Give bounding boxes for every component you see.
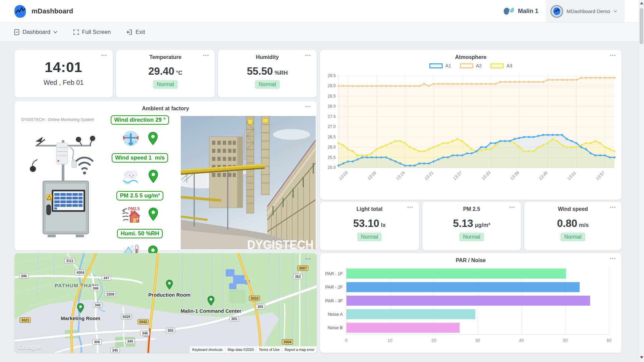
map-marker-pin[interactable]	[77, 303, 84, 314]
svg-text:26.5: 26.5	[328, 135, 336, 139]
svg-text:27.5: 27.5	[328, 114, 336, 119]
nav-full-screen[interactable]: Full Screen	[73, 29, 111, 36]
road-badge-5042: 5042	[138, 319, 149, 324]
nav-dashboard-label: Dashboard	[22, 29, 50, 36]
svg-text:60: 60	[606, 338, 611, 343]
wind-unit: m/s	[579, 222, 589, 228]
status-badge: Normal	[560, 233, 585, 241]
road-badge-352: 352	[293, 274, 303, 279]
pm25-house-icon: PM2.5	[121, 205, 140, 224]
map-marker-pin[interactable]	[207, 296, 215, 307]
map-overlay: 3111400434634734633093465029346305306345…	[14, 253, 317, 353]
road-badge-346: 346	[140, 330, 150, 336]
exit-icon	[127, 29, 132, 35]
svg-text:28.5: 28.5	[328, 94, 336, 99]
ambient-card: ••• Ambient at factory DYGISTECH : Onlin…	[14, 101, 317, 250]
status-badge: Normal	[459, 233, 484, 241]
nav-dashboard[interactable]: Dashboard	[14, 29, 57, 36]
report-error-link[interactable]: Report a map error	[282, 346, 317, 353]
pm25-value: 5.13	[453, 218, 473, 229]
svg-text:13:51: 13:51	[567, 170, 577, 181]
chart-legend[interactable]: A1A2A3	[320, 63, 622, 68]
road-badge-346: 346	[93, 302, 102, 308]
road-badge-306: 306	[92, 339, 102, 345]
card-title: Temperature	[116, 50, 215, 60]
location-pin-icon	[77, 303, 84, 313]
legend-label: A3	[506, 63, 512, 68]
humidity-card: ••• Humidity 55.50%RH Normal	[218, 50, 317, 98]
chart-title: PAR / Noise	[320, 253, 622, 263]
wind-vane-icon	[122, 129, 140, 147]
temperature-card: ••• Temperature 29.40°C Normal	[116, 50, 215, 98]
svg-text:27.0: 27.0	[328, 124, 336, 129]
svg-text:26.0: 26.0	[328, 145, 336, 149]
svg-text:13:09: 13:09	[367, 170, 377, 181]
scrollbar-thumb[interactable]	[640, 8, 643, 44]
map-data-label: Map data ©2023	[225, 346, 256, 353]
user-menu[interactable]: MDashboard Demo	[546, 0, 625, 22]
scroll-up-arrow[interactable]	[640, 2, 643, 4]
wind-value: 0.80	[557, 218, 577, 229]
svg-text:13:03: 13:03	[338, 170, 348, 181]
map-attribution: Keyboard shortcuts Map data ©2023 Terms …	[190, 346, 317, 353]
svg-text:28.0: 28.0	[328, 104, 336, 109]
atmosphere-line-chart[interactable]: 25.025.526.026.527.027.528.028.529.029.5…	[322, 68, 619, 192]
card-menu-button[interactable]: •••	[305, 256, 311, 261]
card-menu-button[interactable]: •••	[610, 256, 616, 260]
road-badge-305: 305	[229, 316, 239, 321]
clock-time: 14:01	[14, 59, 113, 75]
google-logo[interactable]: Google	[18, 344, 41, 351]
scroll-down-arrow[interactable]	[640, 356, 643, 359]
road-badge-305: 305	[256, 304, 265, 309]
road-badge-3309: 3309	[105, 292, 116, 297]
wind-speed-card: ••• Wind speed 0.80m/s Normal	[524, 202, 622, 250]
map-marker-label: Marketing Room	[61, 315, 100, 321]
nav-exit[interactable]: Exit	[127, 29, 145, 36]
svg-text:13:57: 13:57	[595, 170, 606, 181]
road-badge-345: 345	[110, 348, 120, 353]
card-menu-button[interactable]: •••	[610, 53, 616, 57]
humidity-value: 55.50	[247, 65, 273, 77]
google-map[interactable]: PATHUM THANI 311140043463473463309346502…	[14, 253, 317, 353]
org-badge[interactable]: Malin 1	[503, 6, 546, 16]
road-badge-3021: 3021	[19, 317, 31, 323]
card-menu-button[interactable]: •••	[610, 205, 616, 209]
card-title: Ambient at factory	[14, 101, 317, 112]
svg-text:PAR - 3F: PAR - 3F	[325, 298, 343, 303]
map-marker-label: Production Room	[148, 292, 191, 298]
toolbar: Dashboard Full Screen Exit	[0, 23, 644, 42]
status-badge: Normal	[153, 80, 178, 89]
card-menu-button[interactable]: •••	[509, 205, 516, 209]
avatar-logo-icon	[553, 7, 561, 15]
light-value: 53.10	[353, 218, 379, 229]
road-badge-347: 347	[102, 275, 111, 281]
par-noise-bar-chart[interactable]: 0102030405060PAR - 1FPAR - 2FPAR - 3FNoi…	[323, 264, 619, 349]
card-menu-button[interactable]: •••	[101, 53, 107, 57]
svg-text:50: 50	[563, 338, 568, 343]
road-badge-4004: 4004	[75, 270, 86, 275]
monitoring-station-image: DYGISTECH : Online Monitoring System	[18, 115, 110, 247]
svg-text:PAR - 1F: PAR - 1F	[325, 271, 343, 276]
vertical-scrollbar[interactable]	[639, 0, 644, 362]
legend-label: A2	[476, 63, 482, 68]
road-badge-346: 346	[91, 286, 100, 291]
svg-text:25.0: 25.0	[328, 165, 336, 170]
card-menu-button[interactable]: •••	[203, 53, 209, 57]
card-title: PM 2.5	[422, 202, 521, 212]
svg-text:10: 10	[387, 338, 392, 343]
svg-text:PM2.5: PM2.5	[128, 206, 140, 211]
factory-photo: DYGISTECH DYGISTECH CO.,LTD.	[181, 116, 316, 249]
legend-item-A3[interactable]: A3	[490, 63, 512, 68]
legend-item-A2[interactable]: A2	[460, 63, 482, 68]
keyboard-shortcuts-link[interactable]: Keyboard shortcuts	[190, 346, 225, 353]
location-pin-icon	[207, 296, 215, 306]
card-menu-button[interactable]: •••	[305, 53, 311, 57]
card-title: Light total	[320, 202, 419, 212]
terms-link[interactable]: Terms of Use	[256, 346, 282, 353]
card-menu-button[interactable]: •••	[407, 205, 414, 209]
card-menu-button[interactable]: •••	[305, 105, 311, 109]
legend-item-A1[interactable]: A1	[429, 63, 451, 68]
malin-logo-icon	[503, 6, 515, 16]
svg-text:30: 30	[475, 338, 480, 343]
map-marker-pin[interactable]	[166, 280, 173, 291]
